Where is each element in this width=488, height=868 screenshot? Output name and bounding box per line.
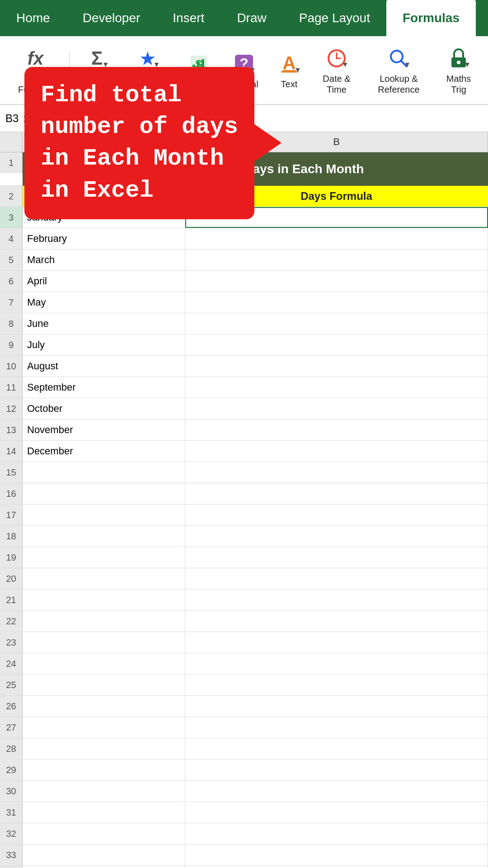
cell-formula[interactable] [185,250,488,270]
cell-month[interactable]: February [23,228,185,249]
lock-icon: ▼ [446,45,472,71]
cell-formula[interactable] [185,653,488,674]
cell-formula[interactable] [185,823,488,844]
cell-formula[interactable] [185,866,488,868]
cell-month[interactable]: November [23,420,185,440]
search-icon: ▼ [385,45,412,71]
tab-formulas[interactable]: Formulas [386,0,476,36]
row-number: 12 [0,398,23,419]
cell-formula[interactable] [185,441,488,462]
cell-month[interactable]: March [23,250,185,270]
cell-formula[interactable] [185,717,488,738]
cell-formula[interactable] [185,844,488,865]
cell-formula[interactable] [185,590,488,610]
lookup-reference-button[interactable]: ▼ Lookup & Reference [364,42,434,98]
cell-formula[interactable] [185,398,488,419]
cell-month[interactable]: September [23,377,185,398]
cell-formula[interactable] [185,568,488,589]
cell-month[interactable] [23,866,185,868]
cell-month[interactable] [23,760,185,780]
table-row: 8June [0,313,488,335]
overlay-line4: in Excel [41,177,154,204]
cell-formula[interactable] [185,356,488,377]
tab-insert[interactable]: Insert [156,0,221,36]
table-row: 6April [0,271,488,292]
cell-month[interactable]: October [23,398,185,419]
date-time-button[interactable]: ▼ Date & Time [314,42,359,98]
row-number: 9 [0,335,23,355]
cell-month[interactable] [23,717,185,738]
cell-month[interactable] [23,823,185,844]
cell-formula[interactable] [185,313,488,334]
row-number: 25 [0,675,23,695]
cell-formula[interactable] [185,611,488,632]
cell-formula[interactable] [185,228,488,249]
cell-formula[interactable] [185,292,488,313]
cell-month[interactable]: July [23,335,185,355]
cell-formula[interactable] [185,271,488,292]
cell-month[interactable] [23,802,185,823]
cell-formula[interactable] [185,696,488,717]
table-row: 32 [0,823,488,844]
maths-trig-button[interactable]: ▼ Maths Trig [438,42,479,98]
cell-month[interactable] [23,696,185,717]
sheet-area: A B 1 Find Number of Days in Each Month … [0,132,488,868]
cell-formula[interactable] [185,632,488,653]
cell-month[interactable] [23,505,185,525]
cell-month[interactable] [23,675,185,695]
cell-month[interactable] [23,738,185,759]
cell-formula[interactable] [185,781,488,802]
cell-formula[interactable] [185,547,488,568]
maths-trig-arrow: ▼ [464,61,471,69]
cell-formula[interactable] [185,738,488,759]
cell-month[interactable] [23,844,185,865]
overlay-line3: in Each Month [41,145,224,172]
table-row: 34 [0,866,488,868]
cell-month[interactable] [23,526,185,547]
cell-formula[interactable] [185,420,488,440]
overlay-line1: Find total [41,82,182,108]
row-number: 31 [0,802,23,823]
cell-month[interactable] [23,590,185,610]
cell-formula[interactable] [185,760,488,780]
text-label: Text [281,79,298,90]
cell-formula[interactable] [185,462,488,483]
cell-month[interactable] [23,547,185,568]
cell-month[interactable] [23,462,185,483]
tab-draw[interactable]: Draw [221,0,282,36]
row-number: 33 [0,844,23,865]
row-num-1: 1 [0,152,23,173]
row-num-2: 2 [0,186,23,207]
table-row: 29 [0,760,488,781]
cell-formula[interactable] [185,675,488,695]
cell-month[interactable] [23,568,185,589]
svg-point-17 [457,61,460,64]
text-button[interactable]: A ▼ Text [269,48,310,92]
cell-month[interactable] [23,483,185,504]
lookup-reference-label: Lookup & Reference [367,73,430,95]
cell-month[interactable]: May [23,292,185,313]
cell-month[interactable]: April [23,271,185,292]
tab-page-layout[interactable]: Page Layout [283,0,386,36]
cell-formula[interactable] [185,377,488,398]
cell-month[interactable] [23,653,185,674]
cell-formula[interactable] [185,505,488,525]
tab-developer[interactable]: Developer [66,0,157,36]
tab-home[interactable]: Home [0,0,66,36]
cell-formula[interactable] [185,483,488,504]
table-row: 31 [0,802,488,823]
cell-month[interactable] [23,781,185,802]
cell-month[interactable] [23,611,185,632]
cell-formula[interactable] [185,526,488,547]
date-time-arrow: ▼ [342,61,349,69]
maths-trig-label: Maths Trig [442,73,475,95]
row-number: 22 [0,611,23,632]
row-number: 23 [0,632,23,653]
corner-cell [0,132,23,152]
cell-month[interactable]: June [23,313,185,334]
cell-month[interactable] [23,632,185,653]
cell-month[interactable]: December [23,441,185,462]
cell-month[interactable]: August [23,356,185,377]
cell-formula[interactable] [185,802,488,823]
cell-formula[interactable] [185,335,488,355]
